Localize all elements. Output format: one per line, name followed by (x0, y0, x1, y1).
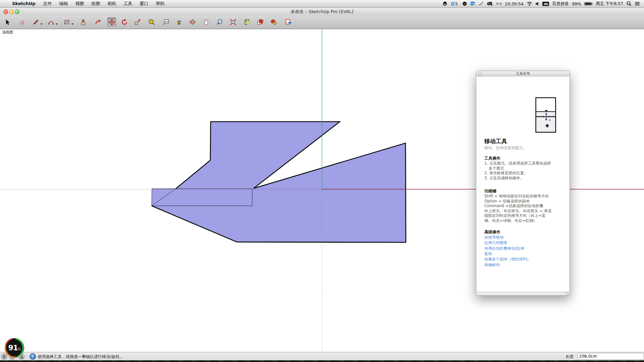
advanced-link[interactable]: 创建多个副本（线性排列） (484, 256, 531, 262)
operations-line: 多个图元， (489, 166, 508, 171)
operations-section-title: 工具操作 (484, 156, 500, 161)
advanced-link[interactable]: 精确移动 (484, 262, 500, 267)
modifier-line: Command =切换选择的自动折叠 (484, 203, 543, 208)
tool-arc-button[interactable] (47, 17, 55, 27)
operations-line: 2. 将光标移至新的位置。 (484, 171, 528, 176)
menu-view[interactable]: 视图 (72, 0, 88, 7)
tool-scale-button[interactable] (133, 17, 142, 27)
svg-text:5: 5 (455, 2, 458, 6)
instructor-panel[interactable]: 工具向导 移动工具 移动、拉伸或复制图元。 工具操作 1. 点击图元。或者用选择… (476, 71, 570, 296)
modifier-line: 线锁定到特定的推导方向（向上=蓝 (484, 213, 545, 218)
battery-icon[interactable] (584, 1, 593, 6)
clock-time[interactable]: 10:30:54 (505, 1, 524, 6)
ime-label[interactable]: 百度拼音 (552, 1, 569, 7)
advanced-link[interactable]: 按推导移动 (484, 235, 504, 240)
window-title-bar[interactable]: 未命名 – SketchUp Pro [EVAL] (0, 7, 644, 16)
dock-edge[interactable] (0, 360, 644, 362)
window-title: 未命名 – SketchUp Pro [EVAL] (0, 9, 644, 15)
wifi-icon[interactable] (527, 1, 532, 6)
resize-grip-icon[interactable] (566, 292, 569, 295)
menu-file[interactable]: 文件 (40, 0, 56, 7)
instructor-close-button[interactable] (478, 72, 482, 76)
svg-text:A1: A1 (165, 20, 168, 23)
tool-pushpull-button[interactable] (79, 17, 88, 27)
statusbar-divider (27, 354, 27, 359)
instructor-title-bar[interactable]: 工具向导 (476, 71, 570, 76)
megaphone-icon[interactable] (478, 1, 484, 6)
operations-line: 3. 点击完成移动操作。 (484, 176, 524, 181)
modifier-line: 轴、向左=绿轴、向右=红轴） (484, 218, 537, 223)
statusbar-hint: 使用选择工具，或挑选一事物以进行移动/旋转。 (38, 354, 123, 360)
tool-photo-textures-button[interactable] (269, 17, 278, 27)
advanced-section-title: 高级操作 (484, 229, 500, 235)
tool-rectangle-button[interactable] (62, 17, 71, 27)
arc-dropdown-caret[interactable] (56, 23, 58, 25)
tool-line-button[interactable] (32, 17, 40, 27)
battery-percent: 99% (572, 1, 581, 6)
instructor-heading: 移动工具 (484, 137, 507, 145)
tool-tape-measure-button[interactable] (147, 17, 156, 27)
modifier-line: Shift = 将移动锁定到当前的推导方向 (484, 194, 549, 199)
gears-icon[interactable] (487, 1, 493, 6)
desktop: { "menubar": { "app_name": "SketchUp", "… (0, 0, 644, 362)
advanced-link[interactable]: 使用自动折叠移动/拉伸 (484, 246, 524, 251)
instructor-scrollbar-track[interactable] (476, 292, 570, 295)
menu-bar: SketchUp 文件 编辑 视图 绘图 相机 工具 窗口 帮助 G5 11 1… (0, 0, 644, 8)
svg-text:11: 11 (464, 3, 466, 5)
measurement-input[interactable] (578, 353, 644, 360)
g-input-icon[interactable]: G5 (450, 1, 459, 6)
tool-rotate-button[interactable] (120, 17, 129, 27)
bubble-11-icon[interactable]: 11 (462, 1, 467, 6)
tool-select-button[interactable] (3, 17, 12, 27)
ime-badge[interactable]: du (542, 2, 549, 6)
menu-window[interactable]: 窗口 (136, 0, 152, 7)
menu-camera[interactable]: 相机 (104, 0, 120, 7)
menu-tools[interactable]: 工具 (120, 0, 136, 7)
app-menu[interactable]: SketchUp (8, 0, 40, 7)
modifier-line: 向上箭头、向左箭头、向右箭头 = 将直 (484, 208, 552, 214)
toolbar: A1 (0, 15, 644, 29)
instructor-title: 工具向导 (516, 71, 530, 75)
move-tool-animation (535, 97, 556, 133)
menu-edit[interactable]: 编辑 (56, 0, 72, 7)
tool-get-models-button[interactable] (256, 17, 265, 27)
battery-percent-badge[interactable]: 91% (4, 337, 25, 359)
advanced-link[interactable]: 拉伸几何图形 (484, 240, 507, 245)
badge-unit: % (18, 347, 21, 351)
line-dropdown-caret[interactable] (41, 23, 43, 25)
menubar-date[interactable]: 周五 下午6:57 (596, 1, 623, 7)
menu-draw[interactable]: 绘图 (88, 0, 104, 7)
tool-terrain-button[interactable] (243, 17, 251, 27)
tool-orbit-button[interactable] (188, 17, 197, 27)
volume-icon[interactable] (535, 1, 539, 6)
modifier-section-title: 功能键 (484, 188, 496, 194)
notification-center-icon[interactable] (635, 1, 640, 6)
help-button[interactable]: ? (30, 353, 36, 360)
rectangle-dropdown-caret[interactable] (71, 23, 73, 25)
menu-help[interactable]: 帮助 (152, 0, 168, 7)
tool-pan-button[interactable] (202, 17, 211, 27)
teamviewer-icon[interactable] (470, 1, 475, 6)
tool-zoom-button[interactable] (215, 17, 224, 27)
tool-text-button[interactable]: A1 (161, 17, 170, 27)
tool-paint-bucket-button[interactable] (175, 17, 183, 27)
tool-move-button[interactable] (107, 17, 116, 27)
instructor-subtitle: 移动、拉伸或复制图元。 (484, 145, 527, 150)
svg-text:G: G (450, 1, 455, 6)
measurement-label: 长度 (566, 354, 574, 360)
tool-zoom-extents-button[interactable] (229, 17, 237, 27)
network-arrows-icon[interactable] (496, 1, 502, 6)
modifier-line: Option = 切换选择的副本 (484, 199, 530, 204)
operations-line: 1. 点击图元。或者用选择工具预先选择 (484, 161, 551, 166)
badge-value: 91 (8, 344, 18, 352)
qq-icon[interactable] (442, 1, 447, 6)
advanced-link[interactable]: 复制 (484, 251, 492, 256)
spotlight-icon[interactable] (626, 1, 632, 6)
tool-share-model-button[interactable] (284, 17, 293, 27)
status-bar: ? 使用选择工具，或挑选一事物以进行移动/旋转。 长度 (0, 352, 644, 361)
tool-eraser-button[interactable] (17, 17, 26, 27)
tool-followme-button[interactable] (94, 17, 102, 27)
view-name-label: 顶视图 (2, 30, 13, 35)
